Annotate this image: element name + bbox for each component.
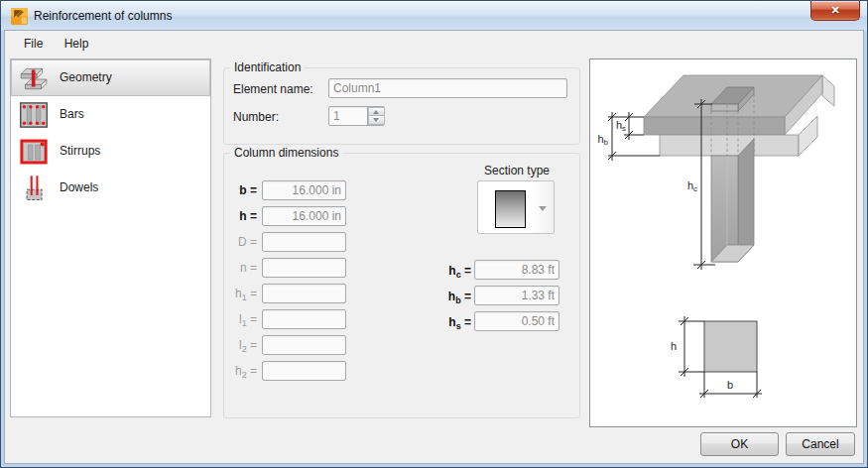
hs-label: hs = [428, 315, 471, 333]
element-name-label: Element name: [233, 82, 313, 96]
hs-field[interactable] [474, 311, 559, 331]
arrow-up-icon [373, 110, 379, 114]
column-diagram-panel: hs hb hc h b [589, 58, 857, 427]
sidebar-item-label: Geometry [60, 60, 112, 95]
hb-field[interactable] [474, 286, 559, 305]
sidebar-item-bars[interactable]: Bars [11, 96, 210, 133]
app-icon [11, 8, 28, 25]
dim-label-l2: l2 = [219, 338, 257, 356]
column-dimensions-group-title: Column dimensions [230, 146, 342, 160]
number-label: Number: [233, 110, 279, 124]
element-name-field[interactable] [328, 78, 567, 98]
menu-file[interactable]: File [15, 32, 52, 51]
category-list: Geometry Bars [10, 58, 211, 417]
dim-field-n[interactable] [262, 258, 346, 278]
spinner-down-button[interactable] [368, 116, 385, 125]
number-spinner [367, 107, 385, 125]
sidebar-item-label: Bars [60, 97, 84, 132]
rect-section-icon [495, 190, 526, 228]
close-button[interactable]: ✕ [810, 1, 860, 21]
diagram-hb-label: hb [597, 133, 608, 147]
sidebar-item-label: Dowels [60, 171, 98, 205]
spinner-up-button[interactable] [368, 107, 385, 116]
dim-label-b: b = [219, 183, 257, 201]
dim-field-l1[interactable] [262, 309, 346, 329]
hb-label: hb = [428, 290, 471, 307]
hc-field[interactable] [474, 260, 559, 280]
menu-help[interactable]: Help [56, 32, 98, 51]
dim-label-D: D = [219, 235, 257, 253]
dim-field-h[interactable] [262, 206, 346, 226]
dowels-icon [19, 175, 49, 202]
menu-bar: File Help [5, 32, 863, 58]
dim-field-h1[interactable] [262, 284, 346, 303]
diagram-h-label: h [671, 340, 677, 352]
dim-field-b[interactable] [262, 180, 346, 200]
window-title: Reinforcement of columns [34, 9, 172, 23]
ok-button[interactable]: OK [700, 432, 779, 456]
diagram-hs-label: hs [616, 119, 626, 133]
arrow-down-icon [373, 118, 379, 122]
sidebar-item-stirrups[interactable]: Stirrups [11, 133, 210, 170]
dim-label-h1: h1 = [219, 287, 257, 304]
dim-field-h2[interactable] [262, 361, 346, 381]
dim-field-D[interactable] [262, 232, 346, 252]
dialog-window: Reinforcement of columns ✕ File Help Geo… [0, 0, 868, 468]
sidebar-item-label: Stirrups [60, 134, 100, 169]
dim-label-n: n = [219, 261, 257, 279]
sidebar-item-geometry[interactable]: Geometry [11, 59, 210, 96]
diagram-b-label: b [727, 379, 733, 391]
dim-label-l1: l1 = [219, 312, 257, 330]
geometry-icon [19, 64, 49, 92]
hc-label: hc = [428, 264, 471, 282]
chevron-down-icon [539, 206, 547, 211]
dim-field-l2[interactable] [262, 335, 346, 355]
identification-group-title: Identification [230, 60, 305, 74]
dim-label-h: h = [219, 209, 257, 227]
column-diagram: hs hb hc h b [590, 59, 856, 426]
section-type-dropdown[interactable] [477, 180, 555, 234]
stirrups-icon [19, 138, 49, 166]
cancel-button[interactable]: Cancel [786, 432, 855, 456]
diagram-hc-label: hc [687, 179, 697, 193]
section-type-label: Section type [457, 164, 576, 177]
dim-label-h2: h2 = [219, 364, 257, 382]
sidebar-item-dowels[interactable]: Dowels [11, 170, 210, 206]
bars-icon [19, 101, 49, 129]
titlebar: Reinforcement of columns ✕ [1, 1, 867, 31]
